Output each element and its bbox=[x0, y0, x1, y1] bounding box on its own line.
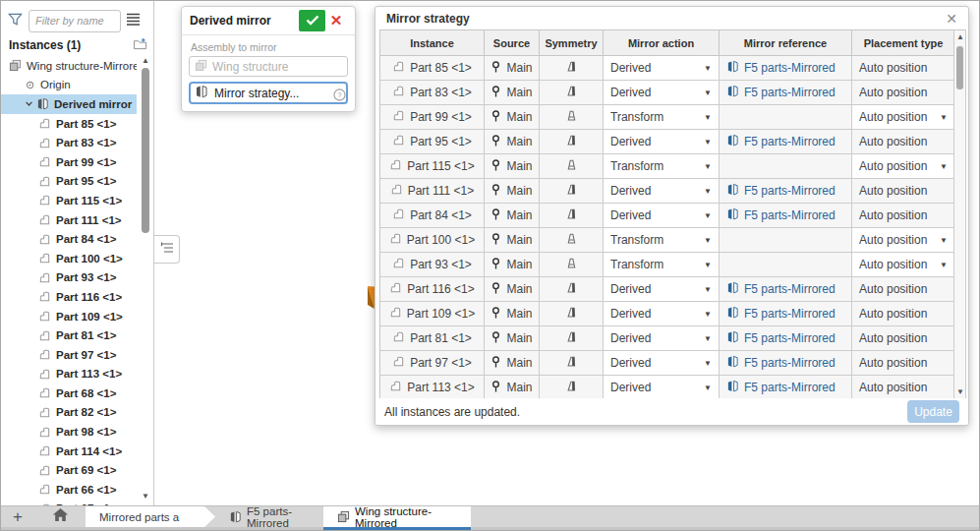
scroll-down-icon[interactable]: ▼ bbox=[955, 387, 965, 397]
scroll-up-icon[interactable]: ▲ bbox=[141, 56, 150, 66]
mirror-strategy-button[interactable]: Mirror strategy... bbox=[189, 82, 348, 104]
symmetric-icon bbox=[564, 256, 579, 273]
placement-type-cell[interactable]: Auto position▼ bbox=[852, 253, 955, 277]
tree-item-part-98-1[interactable]: Part 98 <1> bbox=[1, 422, 137, 442]
mirror-action-dropdown[interactable]: Derived▼ bbox=[604, 376, 720, 400]
source-name: Main bbox=[506, 159, 532, 173]
tree-item-part-100-1[interactable]: Part 100 <1> bbox=[1, 249, 137, 268]
document-tab-mirrored-parts-a[interactable]: Mirrored parts a bbox=[86, 506, 215, 527]
mirror-reference-cell[interactable]: F5 parts-Mirrored bbox=[720, 277, 852, 302]
mirror-action-dropdown[interactable]: Derived▼ bbox=[604, 56, 720, 81]
tree-item-part-66-1[interactable]: Part 66 <1> bbox=[1, 480, 137, 500]
mirror-action-dropdown[interactable]: Derived▼ bbox=[604, 204, 720, 228]
cancel-button[interactable]: ✕ bbox=[325, 10, 347, 31]
mirror-reference-link[interactable]: F5 parts-Mirrored bbox=[744, 381, 836, 394]
sidebar-scrollbar[interactable]: ▲ ▼ bbox=[141, 56, 150, 502]
tree-item-part-97-1[interactable]: Part 97 <1> bbox=[1, 345, 137, 365]
assembly-to-mirror-label: Assembly to mirror bbox=[191, 41, 348, 53]
tree-item-part-114-1[interactable]: Part 114 <1> bbox=[1, 442, 137, 461]
mirror-reference-cell[interactable]: F5 parts-Mirrored bbox=[720, 351, 852, 376]
mirror-reference-cell[interactable]: F5 parts-Mirrored bbox=[720, 204, 852, 228]
placement-type-cell[interactable]: Auto position▼ bbox=[852, 228, 955, 253]
placement-type-value: Auto position bbox=[859, 258, 927, 271]
mirror-reference-link[interactable]: F5 parts-Mirrored bbox=[744, 208, 836, 222]
tree-item-part-116-1[interactable]: Part 116 <1> bbox=[1, 287, 137, 307]
scroll-up-icon[interactable]: ▲ bbox=[955, 32, 965, 42]
part-icon bbox=[392, 60, 405, 76]
part-icon bbox=[38, 426, 51, 439]
tree-item-part-115-1[interactable]: Part 115 <1> bbox=[1, 191, 137, 210]
document-tab-wing-structure-mirrored[interactable]: Wing structure-Mirrored bbox=[323, 506, 471, 530]
mirror-action-dropdown[interactable]: Transform▼ bbox=[604, 253, 720, 277]
tree-item-part-95-1[interactable]: Part 95 <1> bbox=[1, 172, 137, 192]
mirror-reference-link[interactable]: F5 parts-Mirrored bbox=[744, 61, 836, 75]
assembly-to-mirror-field[interactable]: Wing structure bbox=[189, 56, 348, 77]
tree-item-part-82-1[interactable]: Part 82 <1> bbox=[1, 403, 137, 423]
tree-item-part-81-1[interactable]: Part 81 <1> bbox=[1, 325, 137, 345]
mirror-action-dropdown[interactable]: Derived▼ bbox=[604, 179, 720, 204]
confirm-button[interactable] bbox=[299, 10, 325, 31]
update-button[interactable]: Update bbox=[907, 400, 959, 423]
document-tab-f5-parts-mirrored[interactable]: F5 parts-Mirrored bbox=[215, 506, 323, 527]
scroll-down-icon[interactable]: ▼ bbox=[141, 492, 150, 502]
placement-type-value: Auto position bbox=[859, 110, 927, 124]
tree-item-part-109-1[interactable]: Part 109 <1> bbox=[1, 307, 137, 326]
location-pin-icon bbox=[490, 232, 501, 249]
mirror-reference-cell[interactable]: F5 parts-Mirrored bbox=[720, 56, 852, 81]
placement-type-cell[interactable]: Auto position▼ bbox=[852, 154, 955, 179]
mirror-reference-cell[interactable]: F5 parts-Mirrored bbox=[720, 130, 852, 154]
mirror-reference-link[interactable]: F5 parts-Mirrored bbox=[744, 331, 836, 345]
tree-item-origin[interactable]: Origin bbox=[1, 76, 137, 95]
mirror-reference-link[interactable]: F5 parts-Mirrored bbox=[744, 184, 836, 198]
mirror-reference-link[interactable]: F5 parts-Mirrored bbox=[744, 135, 836, 148]
close-icon[interactable]: ✕ bbox=[946, 11, 957, 27]
mirror-reference-cell[interactable]: F5 parts-Mirrored bbox=[720, 376, 852, 400]
mirror-reference-link[interactable]: F5 parts-Mirrored bbox=[744, 356, 836, 370]
mirror-action-value: Derived bbox=[610, 381, 651, 394]
tree-item-part-113-1[interactable]: Part 113 <1> bbox=[1, 365, 137, 384]
help-icon[interactable]: ? bbox=[333, 88, 346, 105]
tree-item-part-111-1[interactable]: Part 111 <1> bbox=[1, 210, 137, 230]
tree-item-part-93-1[interactable]: Part 93 <1> bbox=[1, 268, 137, 288]
mirror-reference-cell[interactable]: F5 parts-Mirrored bbox=[720, 179, 852, 204]
mirror-action-dropdown[interactable]: Derived▼ bbox=[604, 351, 720, 376]
mirror-action-dropdown[interactable]: Transform▼ bbox=[604, 228, 720, 253]
svg-text:?: ? bbox=[337, 90, 342, 99]
source-name: Main bbox=[506, 184, 532, 198]
mirror-reference-link[interactable]: F5 parts-Mirrored bbox=[744, 282, 836, 296]
tree-item-part-85-1[interactable]: Part 85 <1> bbox=[1, 114, 137, 134]
mirror-action-dropdown[interactable]: Derived▼ bbox=[604, 81, 720, 105]
structure-panel-toggle-button[interactable] bbox=[154, 235, 180, 264]
mirror-action-dropdown[interactable]: Derived▼ bbox=[604, 130, 720, 154]
placement-type-cell[interactable]: Auto position▼ bbox=[852, 105, 955, 130]
mirror-reference-link[interactable]: F5 parts-Mirrored bbox=[744, 307, 836, 321]
table-scrollbar[interactable]: ▲ ▼ bbox=[953, 30, 966, 400]
tree-item-part-83-1[interactable]: Part 83 <1> bbox=[1, 133, 137, 152]
home-tab-button[interactable] bbox=[34, 506, 86, 527]
insert-folder-icon[interactable] bbox=[133, 36, 147, 54]
mirror-action-dropdown[interactable]: Derived▼ bbox=[604, 277, 720, 302]
symmetric-icon bbox=[564, 231, 579, 249]
mirror-action-dropdown[interactable]: Derived▼ bbox=[604, 326, 720, 351]
add-tab-button[interactable]: + bbox=[1, 506, 34, 527]
tree-item-part-68-1[interactable]: Part 68 <1> bbox=[1, 384, 137, 403]
tree-item-part-69-1[interactable]: Part 69 <1> bbox=[1, 460, 137, 480]
chevron-down-icon[interactable] bbox=[25, 99, 33, 108]
mirror-reference-cell[interactable]: F5 parts-Mirrored bbox=[720, 81, 852, 105]
mirror-reference-link[interactable]: F5 parts-Mirrored bbox=[744, 86, 836, 99]
list-view-icon[interactable] bbox=[126, 12, 141, 30]
tree-item-part-84-1[interactable]: Part 84 <1> bbox=[1, 229, 137, 249]
tree-item-part-99-1[interactable]: Part 99 <1> bbox=[1, 152, 137, 172]
mirror-action-dropdown[interactable]: Derived▼ bbox=[604, 302, 720, 326]
tree-item-wing-structure-mirrored[interactable]: Wing structure-Mirrored bbox=[1, 56, 137, 76]
sidebar-scroll-thumb[interactable] bbox=[142, 68, 149, 233]
filter-input[interactable] bbox=[29, 10, 121, 32]
table-scroll-thumb[interactable] bbox=[956, 46, 963, 89]
tree-item-derived-mirror[interactable]: Derived mirror bbox=[1, 94, 137, 114]
symmetry-cell bbox=[540, 351, 604, 376]
mirror-reference-cell[interactable]: F5 parts-Mirrored bbox=[720, 302, 852, 326]
filter-funnel-icon[interactable] bbox=[7, 11, 24, 31]
mirror-action-dropdown[interactable]: Transform▼ bbox=[604, 154, 720, 179]
mirror-reference-cell[interactable]: F5 parts-Mirrored bbox=[720, 326, 852, 351]
mirror-action-dropdown[interactable]: Transform▼ bbox=[604, 105, 720, 130]
